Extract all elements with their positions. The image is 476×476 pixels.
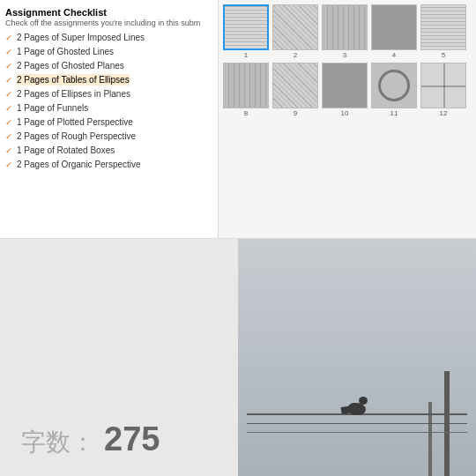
checklist-item-7[interactable]: ✓1 Page of Plotted Perspective — [5, 116, 212, 128]
thumb-image-10 — [322, 63, 368, 108]
thumb-item-10[interactable]: 10 — [322, 63, 368, 117]
checklist-item-label-8: 2 Pages of Rough Perspective — [17, 130, 136, 142]
word-count-display: 字数： 275 — [21, 420, 160, 459]
thumb-item-9[interactable]: 9 — [272, 63, 318, 117]
thumb-image-8 — [223, 63, 269, 108]
checklist-item-label-1: 2 Pages of Super Imposed Lines — [17, 32, 145, 43]
checklist-item-6[interactable]: ✓1 Page of Funnels — [5, 102, 212, 114]
checklist-item-label-4: 2 Pages of Tables of Ellipses — [17, 74, 130, 86]
bird-head — [359, 397, 368, 405]
thumb-label-12: 12 — [440, 109, 448, 117]
checklist-item-9[interactable]: ✓1 Page of Rotated Boxes — [5, 145, 212, 156]
check-icon-10: ✓ — [5, 160, 12, 169]
thumb-item-4[interactable]: 4 — [371, 4, 417, 59]
checklist-item-2[interactable]: ✓1 Page of Ghosted Lines — [5, 46, 212, 57]
thumb-label-4: 4 — [392, 51, 396, 59]
bird-scene — [238, 239, 476, 476]
thumb-item-5[interactable]: 5 — [420, 4, 466, 59]
thumbnail-row-1: 12345 — [223, 4, 472, 59]
bird-wire-3 — [247, 432, 467, 433]
thumb-label-8: 8 — [244, 109, 248, 117]
check-icon-5: ✓ — [5, 89, 12, 99]
check-icon-7: ✓ — [5, 117, 12, 127]
thumb-image-1 — [223, 4, 269, 50]
thumb-label-5: 5 — [442, 51, 445, 59]
word-count-number: 275 — [104, 420, 160, 458]
checklist-item-label-7: 1 Page of Plotted Perspective — [17, 116, 133, 128]
word-count-panel: 字数： 275 — [0, 239, 238, 476]
thumb-label-1: 1 — [244, 51, 248, 59]
checklist-item-label-2: 1 Page of Ghosted Lines — [17, 46, 114, 57]
thumb-image-11 — [371, 63, 417, 108]
check-icon-3: ✓ — [5, 61, 12, 71]
thumb-item-12[interactable]: 12 — [420, 63, 466, 117]
check-icon-9: ✓ — [5, 145, 12, 155]
thumb-image-4 — [371, 4, 417, 50]
check-icon-1: ✓ — [5, 33, 12, 42]
checklist-subtitle: Check off the assignments you're includi… — [5, 19, 212, 27]
thumb-label-11: 11 — [390, 109, 398, 117]
check-icon-8: ✓ — [5, 131, 12, 141]
thumb-label-10: 10 — [341, 109, 349, 117]
thumb-label-3: 3 — [343, 51, 346, 59]
word-count-label: 字数： — [21, 426, 95, 459]
thumb-item-3[interactable]: 3 — [322, 4, 368, 59]
checklist-item-4[interactable]: ✓2 Pages of Tables of Ellipses — [5, 74, 212, 86]
checklist-list: ✓2 Pages of Super Imposed Lines✓1 Page o… — [5, 32, 212, 170]
checklist-item-label-3: 2 Pages of Ghosted Planes — [17, 60, 124, 71]
thumbnails-panel: 12345 89101112 — [219, 0, 476, 238]
bird-wire-2 — [247, 423, 467, 424]
checklist-title: Assignment Checklist — [5, 7, 212, 18]
thumb-image-2 — [272, 4, 318, 50]
thumb-image-12 — [420, 63, 466, 108]
bird-panel — [238, 239, 476, 476]
checklist-panel: Assignment Checklist Check off the assig… — [0, 0, 219, 238]
check-icon-2: ✓ — [5, 47, 12, 56]
thumb-image-5 — [420, 4, 466, 50]
checklist-item-3[interactable]: ✓2 Pages of Ghosted Planes — [5, 60, 212, 71]
checklist-item-label-5: 2 Pages of Ellipses in Planes — [17, 88, 130, 100]
thumb-image-3 — [322, 4, 368, 50]
thumb-item-8[interactable]: 8 — [223, 63, 269, 117]
checklist-item-label-6: 1 Page of Funnels — [17, 102, 88, 114]
thumb-label-9: 9 — [294, 109, 297, 117]
check-icon-4: ✓ — [5, 75, 12, 85]
thumb-item-11[interactable]: 11 — [371, 63, 417, 117]
checklist-item-5[interactable]: ✓2 Pages of Ellipses in Planes — [5, 88, 212, 100]
bottom-section: 字数： 275 — [0, 238, 476, 476]
thumb-image-9 — [272, 63, 318, 108]
checklist-item-10[interactable]: ✓2 Pages of Organic Perspective — [5, 159, 212, 170]
thumbnail-row-2: 89101112 — [223, 63, 472, 117]
checklist-item-label-9: 1 Page of Rotated Boxes — [17, 145, 115, 156]
checklist-item-8[interactable]: ✓2 Pages of Rough Perspective — [5, 130, 212, 142]
checklist-item-1[interactable]: ✓2 Pages of Super Imposed Lines — [5, 32, 212, 43]
thumb-item-2[interactable]: 2 — [272, 4, 318, 59]
top-section: Assignment Checklist Check off the assig… — [0, 0, 476, 238]
thumb-item-1[interactable]: 1 — [223, 4, 269, 59]
checklist-item-label-10: 2 Pages of Organic Perspective — [17, 159, 141, 170]
thumb-label-2: 2 — [294, 51, 297, 59]
check-icon-6: ✓ — [5, 103, 12, 113]
